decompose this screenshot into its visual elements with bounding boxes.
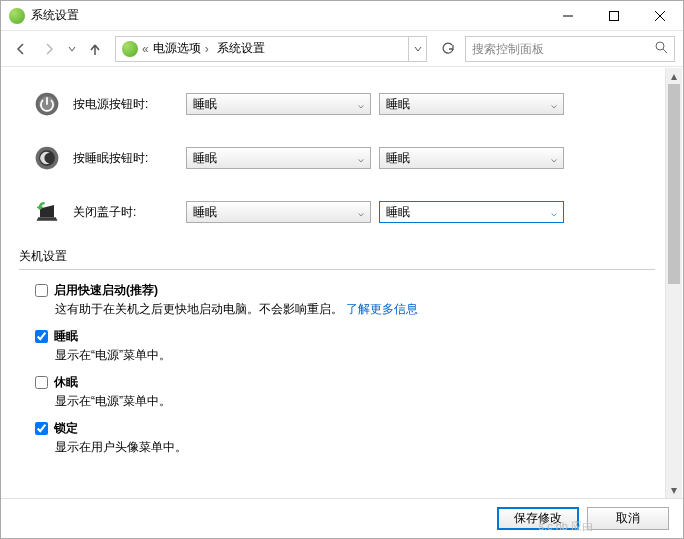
minimize-button[interactable] — [545, 1, 591, 31]
close-button[interactable] — [637, 1, 683, 31]
sleep-option: 睡眠 显示在“电源”菜单中。 — [35, 328, 655, 364]
titlebar: 系统设置 — [1, 1, 683, 31]
option-desc: 显示在“电源”菜单中。 — [55, 347, 655, 364]
section-divider — [19, 269, 655, 270]
lock-option: 锁定 显示在用户头像菜单中。 — [35, 420, 655, 456]
refresh-button[interactable] — [435, 36, 461, 62]
fast-startup-option: 启用快速启动(推荐) 这有助于在关机之后更快地启动电脑。不会影响重启。 了解更多… — [35, 282, 655, 318]
scroll-up-icon[interactable]: ▴ — [666, 68, 682, 84]
fast-startup-checkbox[interactable]: 启用快速启动(推荐) — [35, 282, 655, 299]
breadcrumb-item[interactable]: 系统设置 — [213, 40, 269, 57]
power-icon — [29, 86, 65, 122]
app-icon — [9, 8, 25, 24]
hibernate-checkbox[interactable]: 休眠 — [35, 374, 655, 391]
row-label: 关闭盖子时: — [73, 204, 178, 221]
search-field[interactable] — [472, 42, 655, 56]
chevron-down-icon: ⌵ — [358, 153, 364, 164]
checkbox-icon[interactable] — [35, 422, 48, 435]
scroll-down-icon[interactable]: ▾ — [666, 482, 682, 498]
option-desc: 显示在用户头像菜单中。 — [55, 439, 655, 456]
sleep-button-row: 按睡眠按钮时: 睡眠⌵ 睡眠⌵ — [29, 140, 655, 176]
section-title: 关机设置 — [19, 248, 655, 265]
search-icon[interactable] — [655, 41, 668, 57]
row-label: 按睡眠按钮时: — [73, 150, 178, 167]
up-button[interactable] — [83, 37, 107, 61]
recent-button[interactable] — [65, 37, 79, 61]
save-button[interactable]: 保存修改 — [497, 507, 579, 530]
option-desc: 这有助于在关机之后更快地启动电脑。不会影响重启。 了解更多信息 — [55, 301, 655, 318]
breadcrumb-dropdown[interactable] — [408, 37, 426, 61]
learn-more-link[interactable]: 了解更多信息 — [346, 302, 418, 316]
sleep-button-battery-select[interactable]: 睡眠⌵ — [186, 147, 371, 169]
lock-checkbox[interactable]: 锁定 — [35, 420, 655, 437]
breadcrumb-icon — [122, 41, 138, 57]
row-label: 按电源按钮时: — [73, 96, 178, 113]
svg-rect-1 — [610, 11, 619, 20]
laptop-lid-icon — [29, 194, 65, 230]
power-button-row: 按电源按钮时: 睡眠⌵ 睡眠⌵ — [29, 86, 655, 122]
power-button-plugged-select[interactable]: 睡眠⌵ — [379, 93, 564, 115]
scrollbar[interactable]: ▴ ▾ — [665, 68, 682, 498]
power-button-battery-select[interactable]: 睡眠⌵ — [186, 93, 371, 115]
option-desc: 显示在“电源”菜单中。 — [55, 393, 655, 410]
chevron-right-icon: › — [205, 42, 209, 56]
breadcrumb-root-sep: « — [142, 42, 149, 56]
moon-icon — [29, 140, 65, 176]
scroll-thumb[interactable] — [668, 84, 680, 284]
hibernate-option: 休眠 显示在“电源”菜单中。 — [35, 374, 655, 410]
breadcrumb-item[interactable]: 电源选项› — [149, 40, 213, 57]
chevron-down-icon: ⌵ — [358, 207, 364, 218]
chevron-down-icon: ⌵ — [551, 207, 557, 218]
sleep-button-plugged-select[interactable]: 睡眠⌵ — [379, 147, 564, 169]
navbar: « 电源选项› 系统设置 — [1, 31, 683, 67]
cancel-button[interactable]: 取消 — [587, 507, 669, 530]
chevron-down-icon: ⌵ — [551, 99, 557, 110]
checkbox-icon[interactable] — [35, 284, 48, 297]
checkbox-icon[interactable] — [35, 330, 48, 343]
content-area: 按电源按钮时: 睡眠⌵ 睡眠⌵ 按睡眠按钮时: 睡眠⌵ 睡眠⌵ 关闭盖子时: 睡… — [1, 68, 683, 498]
sleep-checkbox[interactable]: 睡眠 — [35, 328, 655, 345]
footer: 保存修改 取消 — [1, 498, 683, 538]
shutdown-section: 关机设置 启用快速启动(推荐) 这有助于在关机之后更快地启动电脑。不会影响重启。… — [19, 248, 655, 456]
back-button[interactable] — [9, 37, 33, 61]
close-lid-plugged-select[interactable]: 睡眠⌵ — [379, 201, 564, 223]
chevron-down-icon: ⌵ — [551, 153, 557, 164]
svg-point-4 — [656, 42, 664, 50]
chevron-down-icon: ⌵ — [358, 99, 364, 110]
maximize-button[interactable] — [591, 1, 637, 31]
close-lid-row: 关闭盖子时: 睡眠⌵ 睡眠⌵ — [29, 194, 655, 230]
svg-line-5 — [663, 49, 667, 53]
checkbox-icon[interactable] — [35, 376, 48, 389]
breadcrumb[interactable]: « 电源选项› 系统设置 — [115, 36, 427, 62]
window-title: 系统设置 — [31, 7, 545, 24]
close-lid-battery-select[interactable]: 睡眠⌵ — [186, 201, 371, 223]
search-input[interactable] — [465, 36, 675, 62]
forward-button[interactable] — [37, 37, 61, 61]
